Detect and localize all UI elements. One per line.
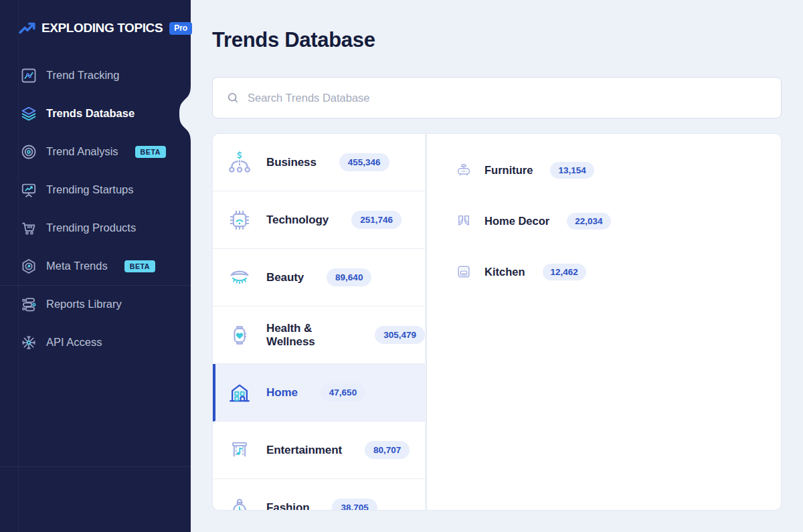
sidebar-item-label: Meta Trends xyxy=(46,260,108,272)
subcategory-label: Furniture xyxy=(484,164,533,177)
beta-badge: BETA xyxy=(124,260,155,272)
subcategory-home-decor[interactable]: Home Decor 22,034 xyxy=(454,206,624,236)
logo-text: EXPLODING TOPICS xyxy=(41,21,163,35)
category-row-fashion[interactable]: Fashion 38,705 xyxy=(213,479,425,511)
sidebar-nav: Trend Tracking Trends Database Trend Ana… xyxy=(0,56,191,361)
category-label: Fashion xyxy=(266,501,309,511)
category-row-business[interactable]: Business 455,346 xyxy=(213,134,425,191)
sidebar-grid-line-horizontal xyxy=(0,466,191,467)
startups-icon xyxy=(20,181,37,199)
sidebar-item-meta-trends[interactable]: Meta Trends BETA xyxy=(0,247,191,285)
category-label: Home xyxy=(266,386,298,400)
category-label: Health & Wellness xyxy=(266,322,352,349)
subcategory-furniture[interactable]: Furniture 13,154 xyxy=(454,155,624,185)
logo[interactable]: EXPLODING TOPICS Pro xyxy=(0,0,191,56)
category-count-badge: 89,640 xyxy=(327,268,371,286)
health-icon xyxy=(226,322,253,349)
subcategory-label: Home Decor xyxy=(484,215,549,228)
category-count-badge: 47,650 xyxy=(321,383,365,402)
beta-badge: BETA xyxy=(135,146,166,158)
category-row-entertainment[interactable]: Entertainment 80,707 xyxy=(213,422,425,479)
category-label: Technology xyxy=(266,213,329,227)
sidebar-item-label: Trend Analysis xyxy=(46,145,118,158)
meta-icon xyxy=(20,258,37,275)
business-icon xyxy=(226,149,253,176)
subcategory-count-badge: 12,462 xyxy=(543,264,586,280)
sidebar: EXPLODING TOPICS Pro Trend Tracking Tren… xyxy=(0,0,191,532)
category-row-technology[interactable]: Technology 251,746 xyxy=(213,191,425,249)
api-icon xyxy=(20,334,37,351)
trending-arrow-icon xyxy=(19,21,36,35)
products-icon xyxy=(20,219,37,237)
home-icon xyxy=(226,379,253,406)
category-count-badge: 455,346 xyxy=(339,153,389,171)
sidebar-item-trending-startups[interactable]: Trending Startups xyxy=(0,171,191,209)
furniture-icon xyxy=(454,160,474,180)
kitchen-icon xyxy=(454,262,474,282)
sidebar-item-reports-library[interactable]: Reports Library xyxy=(0,285,191,323)
sidebar-item-label: Trend Tracking xyxy=(46,69,119,82)
category-count-badge: 38,705 xyxy=(332,499,377,511)
database-icon xyxy=(20,105,37,122)
category-row-home[interactable]: Home 47,650 xyxy=(213,364,425,422)
homedecor-icon xyxy=(454,211,474,231)
category-label: Entertainment xyxy=(266,444,342,457)
sidebar-item-label: Trends Database xyxy=(46,107,135,120)
main-content: Trends Database Business 455,346 Technol… xyxy=(191,0,803,532)
subcategory-count-badge: 22,034 xyxy=(567,213,610,230)
sidebar-item-label: Trending Products xyxy=(46,221,136,234)
tracking-icon xyxy=(20,67,37,84)
search-icon xyxy=(226,91,240,104)
pro-badge: Pro xyxy=(169,22,192,35)
search-box[interactable] xyxy=(212,77,782,118)
fashion-icon xyxy=(226,495,253,511)
category-label: Beauty xyxy=(266,271,304,284)
search-input[interactable] xyxy=(248,92,768,104)
sidebar-item-label: Reports Library xyxy=(46,298,122,311)
sidebar-item-label: API Access xyxy=(46,336,102,349)
sidebar-item-trend-analysis[interactable]: Trend Analysis BETA xyxy=(0,132,191,171)
sidebar-item-trend-tracking[interactable]: Trend Tracking xyxy=(0,56,191,94)
technology-icon xyxy=(226,207,253,234)
page-title: Trends Database xyxy=(212,28,375,52)
category-row-beauty[interactable]: Beauty 89,640 xyxy=(213,249,425,306)
sidebar-item-trending-products[interactable]: Trending Products xyxy=(0,209,191,247)
beauty-icon xyxy=(226,264,253,291)
sidebar-item-trends-database[interactable]: Trends Database xyxy=(0,94,191,132)
category-count-badge: 305,479 xyxy=(375,326,425,344)
subcategory-kitchen[interactable]: Kitchen 12,462 xyxy=(454,257,624,286)
analysis-icon xyxy=(20,143,37,161)
categories-panel: Business 455,346 Technology 251,746 Beau… xyxy=(212,133,425,511)
category-count-badge: 251,746 xyxy=(351,211,402,229)
entertainment-icon xyxy=(226,437,253,464)
sidebar-item-label: Trending Startups xyxy=(46,183,134,196)
app-window: EXPLODING TOPICS Pro Trend Tracking Tren… xyxy=(0,0,803,532)
subcategory-count-badge: 13,154 xyxy=(550,162,594,179)
sidebar-item-api-access[interactable]: API Access xyxy=(0,323,191,361)
subcategory-label: Kitchen xyxy=(484,266,525,278)
category-count-badge: 80,707 xyxy=(365,441,410,459)
subcategories-panel: Furniture 13,154 Home Decor 22,034 Kitch… xyxy=(426,133,782,511)
reports-icon xyxy=(20,296,37,313)
category-label: Business xyxy=(266,156,317,169)
category-row-health-wellness[interactable]: Health & Wellness 305,479 xyxy=(213,306,425,364)
